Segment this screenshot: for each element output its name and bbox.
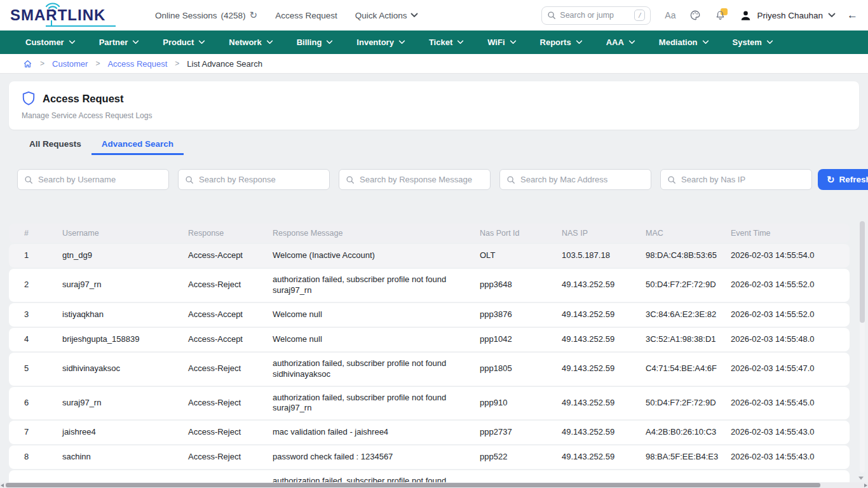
column-header[interactable]: Nas Port Id xyxy=(480,229,562,238)
column-header[interactable]: Response Message xyxy=(273,229,480,238)
cell-event-time: 2026-02-03 14:55:43.0 xyxy=(731,427,850,438)
nav-item[interactable]: Mediation xyxy=(659,37,709,47)
online-sessions-label: Online Sessions xyxy=(155,11,217,20)
refresh-button-label: Refresh xyxy=(839,175,868,184)
cell-index: 3 xyxy=(24,309,62,320)
table-row[interactable]: 6 suraj97_rn Access-Reject authorization… xyxy=(9,387,850,420)
table-row[interactable]: 5 sidhivinayaksoc Access-Reject authoriz… xyxy=(9,353,850,386)
horizontal-scrollbar-thumb[interactable] xyxy=(6,483,820,487)
nav-item-label: Reports xyxy=(540,37,571,47)
filter-search-input[interactable] xyxy=(360,175,484,184)
table-row[interactable]: 4 brijeshgupta_158839 Access-Accept Welc… xyxy=(9,328,850,351)
column-header[interactable]: Event Time xyxy=(731,229,850,238)
shield-icon xyxy=(22,91,36,106)
nav-item[interactable]: Product xyxy=(163,37,205,47)
global-search-input[interactable] xyxy=(560,11,614,20)
column-header[interactable]: # xyxy=(24,229,62,238)
cell-response-message: mac validation failed - jaishree4 xyxy=(273,427,466,438)
quick-actions-menu[interactable]: Quick Actions xyxy=(355,11,418,20)
breadcrumb-customer[interactable]: Customer xyxy=(52,59,88,69)
scroll-left-arrow-icon[interactable] xyxy=(1,484,4,487)
online-sessions-count: (4258) xyxy=(221,11,246,20)
nav-item[interactable]: Reports xyxy=(540,37,583,47)
logo-underline xyxy=(46,25,116,27)
cell-response-message: password check failed : 1234567 xyxy=(273,452,466,463)
search-icon xyxy=(547,11,556,20)
cell-username: suraj97_rn xyxy=(62,280,188,290)
filter-search-field[interactable] xyxy=(178,169,330,190)
wifi-signal-icon xyxy=(44,1,61,11)
refresh-button[interactable]: ↻ Refresh xyxy=(818,169,868,190)
chevron-down-icon xyxy=(702,40,709,44)
cell-username: istiyaqkhan xyxy=(62,309,188,320)
filter-row: ↻ Refresh xyxy=(9,169,859,190)
tab-all-requests[interactable]: All Requests xyxy=(19,136,92,155)
filter-search-input[interactable] xyxy=(199,175,323,184)
back-arrow-icon[interactable]: ← xyxy=(847,9,858,22)
cell-response: Access-Reject xyxy=(188,363,273,374)
cell-mac: 50:D4:F7:2F:72:9D xyxy=(646,280,731,290)
smartlink-logo[interactable]: SMARTLINK xyxy=(10,3,119,28)
nav-item[interactable]: Ticket xyxy=(429,37,464,47)
nav-item-label: Customer xyxy=(25,37,64,47)
scroll-right-arrow-icon[interactable] xyxy=(864,484,867,487)
cell-index: 6 xyxy=(24,398,62,409)
access-request-link[interactable]: Access Request xyxy=(275,11,337,20)
top-links: Online Sessions (4258) ↻ Access Request … xyxy=(155,10,418,21)
filter-search-input[interactable] xyxy=(681,175,805,184)
notifications-bell-icon[interactable] xyxy=(715,10,726,21)
filter-search-input[interactable] xyxy=(520,175,644,184)
cell-response-message: authorization failed, subscriber profile… xyxy=(273,358,466,380)
column-header[interactable]: Username xyxy=(62,229,188,238)
user-menu[interactable]: Priyesh Chauhan xyxy=(740,10,836,22)
table-row[interactable]: 8 sachinn Access-Reject password check f… xyxy=(9,445,850,469)
nav-item[interactable]: WiFi xyxy=(487,37,516,47)
online-sessions-link[interactable]: Online Sessions (4258) ↻ xyxy=(155,10,257,21)
table-row[interactable]: 2 suraj97_rn Access-Reject authorization… xyxy=(9,269,850,302)
nav-item[interactable]: System xyxy=(733,37,773,47)
cell-nas-port-id: ppp1805 xyxy=(480,363,562,374)
nav-item[interactable]: AAA xyxy=(606,37,635,47)
filter-search-field[interactable] xyxy=(17,169,169,190)
nav-item[interactable]: Inventory xyxy=(356,37,405,47)
nav-item[interactable]: Partner xyxy=(99,37,140,47)
global-search[interactable]: / xyxy=(541,6,651,25)
refresh-icon: ↻ xyxy=(827,174,835,186)
refresh-sessions-icon[interactable]: ↻ xyxy=(250,10,258,21)
filter-search-field[interactable] xyxy=(499,169,651,190)
vertical-scrollbar[interactable] xyxy=(860,221,865,473)
scroll-down-arrow-icon[interactable] xyxy=(858,477,864,480)
font-size-icon[interactable]: Aa xyxy=(665,10,675,20)
filter-search-input[interactable] xyxy=(38,175,162,184)
cell-response: Access-Reject xyxy=(188,452,273,463)
column-header[interactable]: NAS IP xyxy=(562,229,646,238)
table-row[interactable]: 7 jaishree4 Access-Reject mac validation… xyxy=(9,421,850,444)
cell-mac: A4:2B:B0:26:10:C3 xyxy=(646,427,731,438)
nav-item[interactable]: Network xyxy=(229,37,273,47)
nav-item[interactable]: Customer xyxy=(25,37,76,47)
table-row[interactable]: 1 gtn_dg9 Access-Accept Welcome (Inactiv… xyxy=(9,244,850,268)
filter-search-field[interactable] xyxy=(339,169,491,190)
nav-item-label: Partner xyxy=(99,37,128,47)
nav-item-label: Mediation xyxy=(659,37,698,47)
main-nav: Customer Partner Product Network Billing… xyxy=(0,30,868,54)
cell-index: 2 xyxy=(24,280,62,290)
table-row[interactable]: 3 istiyaqkhan Access-Accept Welcome null… xyxy=(9,303,850,327)
nav-item[interactable]: Billing xyxy=(297,37,334,47)
cell-response: Access-Reject xyxy=(188,280,273,290)
cell-nas-port-id: ppp1042 xyxy=(480,334,562,345)
cell-nas-port-id: OLT xyxy=(480,250,562,261)
column-header[interactable]: Response xyxy=(188,229,273,238)
horizontal-scrollbar[interactable] xyxy=(0,482,868,488)
filter-search-field[interactable] xyxy=(660,169,812,190)
tab-advanced-search[interactable]: Advanced Search xyxy=(92,136,184,155)
cell-response: Access-Accept xyxy=(188,250,273,261)
home-icon[interactable] xyxy=(23,59,32,69)
search-icon xyxy=(24,175,33,184)
cell-nas-ip: 49.143.252.59 xyxy=(562,452,646,463)
breadcrumb-access-request[interactable]: Access Request xyxy=(107,59,167,69)
chevron-down-icon xyxy=(628,40,635,44)
theme-palette-icon[interactable] xyxy=(689,10,701,21)
column-header[interactable]: MAC xyxy=(646,229,731,238)
vertical-scrollbar-thumb[interactable] xyxy=(860,221,865,323)
